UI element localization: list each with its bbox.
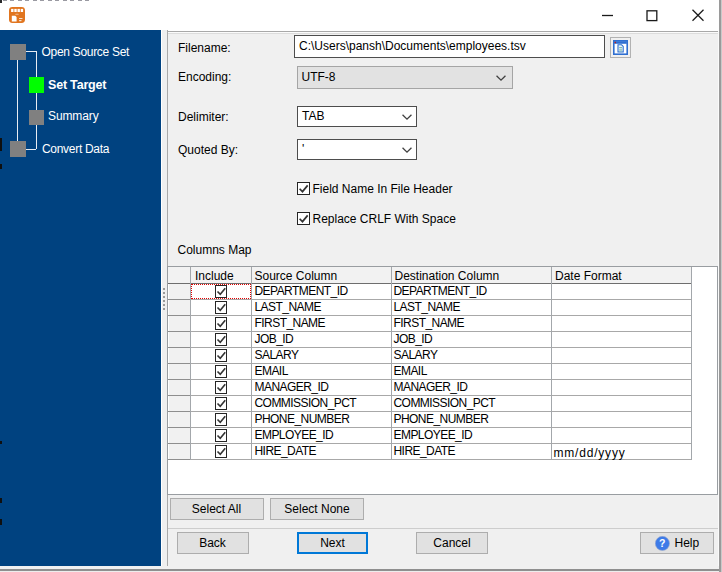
svg-text:?: ?	[659, 537, 665, 549]
